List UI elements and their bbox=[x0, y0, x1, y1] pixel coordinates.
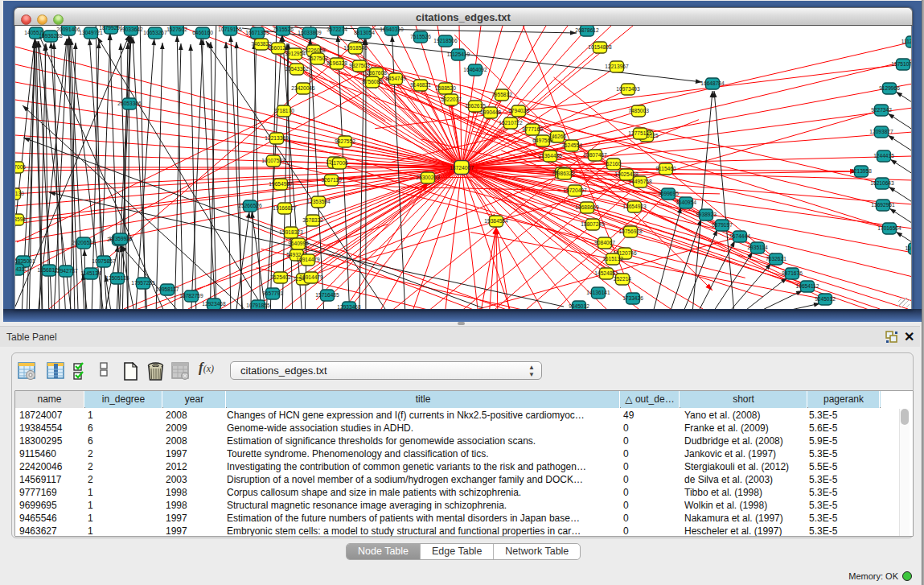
svg-text:20206526: 20206526 bbox=[72, 240, 96, 245]
svg-text:6990448: 6990448 bbox=[480, 109, 501, 115]
svg-text:13049?21: 13049?21 bbox=[79, 30, 103, 35]
svg-text:1733426: 1733426 bbox=[622, 295, 643, 301]
svg-text:7625402: 7625402 bbox=[270, 274, 291, 280]
svg-text:1244415: 1244415 bbox=[873, 153, 894, 159]
svg-text:10975857: 10975857 bbox=[92, 258, 116, 264]
svg-text:17957225: 17957225 bbox=[131, 280, 155, 286]
svg-text:9640994: 9640994 bbox=[288, 241, 309, 246]
svg-text:2935114: 2935114 bbox=[747, 245, 768, 250]
svg-text:13692951: 13692951 bbox=[871, 202, 895, 208]
svg-text:9146821: 9146821 bbox=[410, 82, 431, 88]
svg-text:19384554: 19384554 bbox=[484, 218, 508, 224]
svg-text:7955812: 7955812 bbox=[491, 92, 512, 97]
svg-text:10807487: 10807487 bbox=[583, 152, 607, 158]
svg-text:8938923: 8938923 bbox=[696, 212, 717, 217]
svg-text:10543362: 10543362 bbox=[285, 66, 309, 72]
svg-text:117006: 117006 bbox=[331, 160, 348, 166]
svg-text:6466160: 6466160 bbox=[192, 30, 213, 35]
svg-text:3578332: 3578332 bbox=[302, 217, 323, 223]
svg-text:10688609: 10688609 bbox=[575, 204, 599, 210]
svg-text:7485003: 7485003 bbox=[628, 108, 649, 113]
svg-text:10791855: 10791855 bbox=[246, 303, 270, 308]
svg-text:12933468: 12933468 bbox=[337, 304, 361, 309]
svg-text:12775125: 12775125 bbox=[628, 130, 652, 136]
svg-text:16033809: 16033809 bbox=[298, 30, 322, 35]
svg-text:23420046: 23420046 bbox=[291, 85, 315, 91]
svg-text:16918546: 16918546 bbox=[343, 45, 368, 51]
svg-text:25266526: 25266526 bbox=[238, 203, 262, 208]
svg-text:16648784: 16648784 bbox=[700, 80, 725, 86]
svg-text:16914479: 16914479 bbox=[299, 274, 323, 280]
svg-text:10154808: 10154808 bbox=[588, 44, 612, 50]
svg-text:6497568: 6497568 bbox=[532, 138, 553, 143]
svg-text:3267110: 3267110 bbox=[321, 177, 342, 183]
svg-text:18799291: 18799291 bbox=[99, 26, 123, 31]
svg-text:10756928: 10756928 bbox=[618, 229, 643, 234]
svg-text:3572274: 3572274 bbox=[326, 27, 347, 32]
svg-text:62160: 62160 bbox=[606, 161, 622, 167]
svg-text:20091406: 20091406 bbox=[56, 27, 80, 32]
svg-text:6879197: 6879197 bbox=[712, 222, 733, 228]
svg-text:18724007: 18724007 bbox=[450, 165, 474, 171]
svg-text:17359928: 17359928 bbox=[109, 236, 133, 241]
svg-text:14524851: 14524851 bbox=[594, 270, 618, 276]
svg-text:15751074: 15751074 bbox=[891, 61, 912, 67]
svg-text:16782759: 16782759 bbox=[179, 293, 203, 299]
svg-text:10958117: 10958117 bbox=[156, 286, 179, 292]
svg-text:16210643: 16210643 bbox=[870, 180, 894, 186]
svg-text:8471676: 8471676 bbox=[782, 270, 803, 276]
svg-text:9914311: 9914311 bbox=[15, 266, 27, 272]
svg-text:9227342: 9227342 bbox=[871, 107, 892, 113]
svg-text:19218506: 19218506 bbox=[433, 38, 458, 43]
svg-text:11125419: 11125419 bbox=[447, 51, 470, 57]
svg-text:1167534: 1167534 bbox=[905, 245, 912, 251]
svg-text:23226058: 23226058 bbox=[302, 47, 326, 53]
svg-text:12505135: 12505135 bbox=[105, 275, 129, 281]
svg-text:1527602: 1527602 bbox=[166, 27, 187, 32]
svg-text:10654112: 10654112 bbox=[796, 283, 819, 289]
svg-text:417006: 417006 bbox=[15, 164, 26, 170]
svg-text:8454749: 8454749 bbox=[385, 76, 406, 81]
svg-text:11125419: 11125419 bbox=[901, 39, 912, 44]
svg-text:8196328: 8196328 bbox=[326, 60, 347, 66]
svg-text:6794028: 6794028 bbox=[508, 108, 529, 113]
svg-text:9777169: 9777169 bbox=[522, 126, 543, 132]
svg-text:14136141: 14136141 bbox=[586, 290, 610, 295]
svg-text:15716485: 15716485 bbox=[315, 292, 339, 298]
svg-text:9245012: 9245012 bbox=[815, 296, 836, 302]
svg-text:12213967: 12213967 bbox=[605, 64, 629, 69]
svg-text:7632621: 7632621 bbox=[766, 256, 786, 262]
svg-text:26878612: 26878612 bbox=[575, 27, 599, 33]
svg-text:19033642: 19033642 bbox=[119, 27, 143, 32]
svg-text:9129966: 9129966 bbox=[879, 85, 900, 91]
svg-text:7515526: 7515526 bbox=[273, 27, 294, 32]
svg-text:7515526: 7515526 bbox=[410, 34, 431, 39]
svg-text:16464092: 16464092 bbox=[463, 67, 487, 72]
svg-text:8813054: 8813054 bbox=[354, 30, 375, 35]
svg-text:2867608: 2867608 bbox=[366, 70, 387, 76]
svg-text:12353594: 12353594 bbox=[306, 199, 331, 204]
svg-text:21364436: 21364436 bbox=[538, 153, 562, 159]
svg-text:16940310: 16940310 bbox=[380, 27, 404, 32]
svg-text:10107533: 10107533 bbox=[261, 158, 285, 163]
svg-text:26053346: 26053346 bbox=[117, 101, 142, 106]
svg-text:15720407: 15720407 bbox=[563, 187, 587, 193]
svg-text:7986322: 7986322 bbox=[554, 171, 575, 176]
svg-text:753594: 753594 bbox=[15, 216, 26, 222]
svg-text:2718170: 2718170 bbox=[273, 108, 294, 113]
svg-text:3527502: 3527502 bbox=[307, 56, 328, 61]
svg-text:13654923: 13654923 bbox=[622, 204, 647, 209]
svg-text:9084067: 9084067 bbox=[594, 240, 615, 245]
svg-text:16936288: 16936288 bbox=[39, 33, 63, 39]
svg-text:9827552: 9827552 bbox=[335, 138, 355, 144]
svg-text:16914479: 16914479 bbox=[296, 257, 320, 262]
svg-text:8660124: 8660124 bbox=[268, 45, 289, 51]
svg-text:15918323: 15918323 bbox=[279, 229, 303, 235]
svg-text:12923468: 12923468 bbox=[202, 301, 226, 307]
svg-text:9657791: 9657791 bbox=[262, 290, 283, 296]
svg-text:18807249: 18807249 bbox=[581, 221, 605, 227]
svg-text:19654987: 19654987 bbox=[269, 181, 293, 187]
svg-text:16835001: 16835001 bbox=[15, 258, 35, 264]
svg-text:1145134: 1145134 bbox=[80, 270, 101, 276]
svg-text:9115460: 9115460 bbox=[655, 166, 676, 171]
